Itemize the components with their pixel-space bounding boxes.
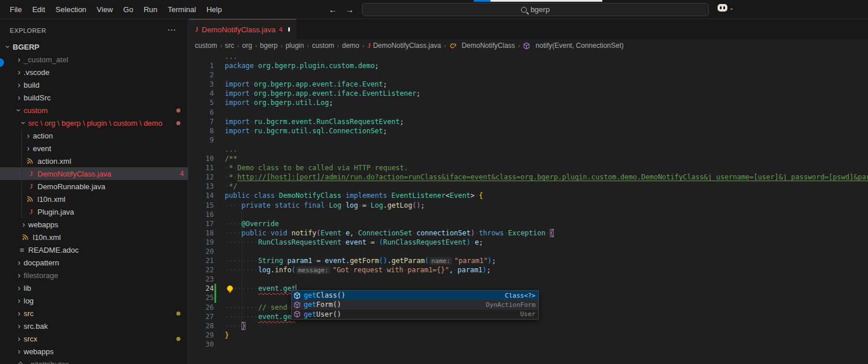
menu-run[interactable]: Run	[138, 3, 163, 17]
code-line-15[interactable]: 15····private·static·final·Log·log·=·Log…	[189, 201, 868, 210]
code-line-20[interactable]: 20	[189, 247, 868, 256]
forward-button[interactable]: →	[345, 5, 354, 14]
tree-item-srcx[interactable]: ›srcx	[0, 332, 188, 345]
code-token: ·*·Demo·class·to·be·called·via·HTTP·requ…	[225, 164, 408, 172]
suggest-item-getclass[interactable]: getClass()Class<?>	[292, 291, 538, 300]
chevron-icon: ›	[14, 347, 24, 356]
copilot-menu[interactable]: ⌄	[718, 4, 734, 12]
code-token: ········	[225, 238, 258, 246]
command-center-search[interactable]: bgerp	[362, 3, 709, 16]
tree-item--vscode[interactable]: ›.vscode	[0, 66, 188, 78]
tab-demonotifyclass[interactable]: J DemoNotifyClass.java 4	[189, 19, 296, 39]
code-token: import·	[225, 118, 254, 126]
back-button[interactable]: ←	[329, 5, 337, 14]
code-line-6[interactable]: 6	[189, 108, 868, 117]
breadcrumb-item[interactable]: demo	[342, 42, 359, 50]
code-line-13[interactable]: 13·*/	[189, 182, 868, 191]
menu-view[interactable]: View	[92, 3, 118, 17]
tree-item-docpattern[interactable]: ›docpattern	[0, 256, 188, 269]
code-line-23[interactable]: 23	[189, 275, 868, 284]
code-line-28[interactable]: 28····}	[189, 321, 868, 331]
tree-item--gitattributes[interactable]: .gitattributes	[0, 358, 188, 364]
tree-item-action[interactable]: ›action	[0, 129, 188, 142]
tree-indent-guide	[21, 129, 22, 218]
tree-item-buildsrc[interactable]: ›buildSrc	[0, 91, 188, 104]
code-token: Exception·	[508, 229, 549, 237]
code-line-8[interactable]: 8import·ru.bgcrm.util.sql.ConnectionSet;	[189, 126, 868, 136]
unsaved-dot-icon[interactable]	[288, 27, 290, 32]
code-line-30[interactable]: 30	[189, 340, 868, 349]
breadcrumb-separator: ›	[363, 42, 365, 49]
code-line-9[interactable]: 9	[189, 136, 868, 145]
breadcrumb-file[interactable]: JDemoNotifyClass.java	[367, 42, 441, 50]
code-line-22[interactable]: 22········log.info(message:"Got·request·…	[189, 265, 868, 275]
tree-item-l10n-xml[interactable]: l10n.xml	[0, 231, 188, 243]
menu-terminal[interactable]: Terminal	[163, 3, 201, 17]
code-fold-row[interactable]: ...	[189, 52, 868, 61]
code-editor[interactable]: ...1package·org.bgerp.plugin.custom.demo…	[189, 52, 868, 364]
tree-item-webapps[interactable]: ›webapps	[0, 345, 188, 358]
code-token: ········	[225, 284, 258, 292]
tree-item-build[interactable]: ›build	[0, 78, 188, 91]
tree-item-demonotifyclass-java[interactable]: JDemoNotifyClass.java4	[0, 167, 188, 180]
code-line-3[interactable]: 3import·org.bgerp.app.event.iface.Event;	[189, 80, 868, 89]
code-line-5[interactable]: 5import·org.bgerp.util.Log;	[189, 98, 868, 107]
breadcrumb-item[interactable]: plugin	[285, 42, 304, 50]
menu-help[interactable]: Help	[201, 3, 227, 17]
menu-edit[interactable]: Edit	[27, 3, 50, 17]
tree-item-log[interactable]: ›log	[0, 294, 188, 307]
suggest-item-getuser[interactable]: getUser()User	[292, 310, 538, 319]
tree-item-custom[interactable]: ›custom	[0, 104, 188, 117]
breadcrumb-method-symbol[interactable]: notify(Event, ConnectionSet)	[523, 42, 624, 50]
breadcrumb-item[interactable]: custom	[195, 42, 217, 50]
menu-selection[interactable]: Selection	[50, 3, 91, 17]
code-line-12[interactable]: 12·*·http://[host]:[port]/admin/run.do?a…	[189, 172, 868, 182]
tree-item-plugin-java[interactable]: JPlugin.java	[0, 205, 188, 218]
breadcrumb-item[interactable]: bgerp	[260, 42, 278, 50]
code-token: /**	[225, 155, 237, 163]
code-token: .	[346, 257, 350, 265]
code-line-21[interactable]: 21········String·param1·=·event.getForm(…	[189, 256, 868, 265]
code-line-11[interactable]: 11·*·Demo·class·to·be·called·via·HTTP·re…	[189, 163, 868, 172]
breadcrumb-item[interactable]: org	[242, 42, 252, 50]
code-fold-row[interactable]: ...	[189, 145, 868, 154]
tree-item-src-org-bgerp-plugin-custom-demo[interactable]: ›src \ org \ bgerp \ plugin \ custom \ d…	[0, 117, 188, 129]
code-token: .	[383, 201, 387, 209]
code-line-7[interactable]: 7import·ru.bgcrm.event.RunClassRequestEv…	[189, 117, 868, 126]
tree-item-action-xml[interactable]: action.xml	[0, 155, 188, 167]
tree-item-bgerp[interactable]: ›BGERP	[0, 40, 188, 53]
menu-go[interactable]: Go	[118, 3, 138, 17]
code-token: ,·	[350, 229, 358, 237]
tree-item-l10n-xml[interactable]: l10n.xml	[0, 193, 188, 205]
code-line-4[interactable]: 4import·org.bgerp.app.event.iface.EventL…	[189, 89, 868, 98]
code-token: event·	[346, 238, 371, 246]
git-file-icon	[17, 361, 27, 364]
tree-item-filestorage[interactable]: ›filestorage	[0, 269, 188, 282]
code-line-1[interactable]: 1package·org.bgerp.plugin.custom.demo;	[189, 61, 868, 70]
more-actions-icon[interactable]: ⋯	[167, 25, 176, 35]
tree-item-src-bak[interactable]: ›src.bak	[0, 320, 188, 332]
tree-item-label: action.xml	[37, 157, 71, 166]
tree-item-lib[interactable]: ›lib	[0, 282, 188, 294]
chevron-icon: ›	[14, 80, 24, 89]
tree-item-event[interactable]: ›event	[0, 142, 188, 155]
breadcrumb-item[interactable]: custom	[312, 42, 334, 50]
code-line-18[interactable]: 18····public·void·notify(Event·e,·Connec…	[189, 228, 868, 238]
code-line-16[interactable]: 16	[189, 210, 868, 219]
tree-item-webapps[interactable]: ›webapps	[0, 218, 188, 231]
tree-item-readme-adoc[interactable]: ≡README.adoc	[0, 243, 188, 256]
suggest-item-getform[interactable]: getForm()DynActionForm	[292, 300, 538, 309]
code-token: org.bgerp.util.Log	[254, 99, 329, 107]
code-line-29[interactable]: 29}	[189, 331, 868, 340]
tree-item--custom-atel[interactable]: ›_custom_atel	[0, 53, 188, 66]
tree-item-demorunnable-java[interactable]: JDemoRunnable.java	[0, 180, 188, 193]
code-line-14[interactable]: 14public·class·DemoNotifyClass·implement…	[189, 191, 868, 200]
breadcrumb-item[interactable]: src	[225, 42, 234, 50]
code-line-2[interactable]: 2	[189, 70, 868, 80]
code-line-19[interactable]: 19········RunClassRequestEvent·event·=·(…	[189, 238, 868, 247]
breadcrumb-class-symbol[interactable]: DemoNotifyClass	[449, 42, 515, 50]
tree-item-src[interactable]: ›src	[0, 307, 188, 320]
code-line-10[interactable]: 10/**	[189, 154, 868, 163]
code-line-17[interactable]: 17····@Override	[189, 219, 868, 228]
menu-file[interactable]: File	[5, 3, 27, 17]
